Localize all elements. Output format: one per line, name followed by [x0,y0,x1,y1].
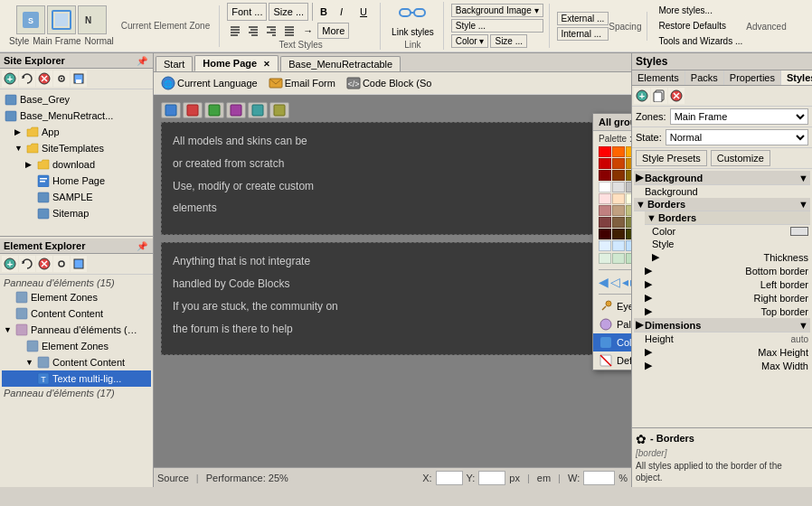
color-red[interactable] [599,146,611,157]
editor-btn-3[interactable] [204,102,224,118]
tree-item-sitemap[interactable]: Sitemap [2,205,151,221]
restore-defaults-btn[interactable]: Restore Defaults [655,19,746,33]
color-dark-red[interactable] [599,158,611,169]
background-image-btn[interactable]: Background Image ▾ [451,4,543,17]
tab-styles[interactable]: Styles [781,70,812,85]
element-explorer-pin[interactable]: 📌 [135,241,149,251]
arrow-icon-1[interactable]: ◀ [599,275,609,289]
arrow-icon-3[interactable]: ◂ [622,275,628,289]
link-styles-btn[interactable]: Link styles [388,25,438,39]
editor-btn-1[interactable] [161,102,181,118]
color-sage[interactable] [626,205,631,216]
external-btn[interactable]: External ... [557,12,609,25]
color-dark-brown[interactable] [626,170,631,181]
arrow-icon-4[interactable]: ▸ [630,275,631,289]
section-borders-sub[interactable]: ▼ Borders [645,211,810,225]
section-borders[interactable]: ▼ Borders ▼ [634,198,810,211]
tools-wizards-btn[interactable]: Tools and Wizards ... [655,34,746,48]
tree-item-download[interactable]: ▶ download [2,156,151,173]
tree-item-app[interactable]: ▶ App [2,124,151,140]
color-alice-blue[interactable] [599,240,611,251]
color-cornflower[interactable] [626,240,631,251]
color-orange[interactable] [626,146,631,157]
main-frame-icon[interactable] [47,5,76,34]
style-max-width[interactable]: ▶ Max Width [634,359,810,372]
internal-btn[interactable]: Internal ... [557,27,609,41]
color-very-dark-brown[interactable] [612,229,625,239]
color-dark-sage[interactable] [626,217,631,228]
underline-btn[interactable]: U [356,3,374,21]
elem-content-toggle[interactable]: ▼ [25,358,36,367]
color-light-gray-1[interactable] [612,182,625,192]
tree-toggle-app[interactable]: ▶ [14,127,25,136]
italic-btn[interactable]: I [336,3,354,21]
style-right-border[interactable]: ▶ Right border [634,291,810,305]
elem-content-content-2[interactable]: ▼ Content Content [2,354,151,370]
color-swatch[interactable] [790,227,808,236]
color-menu-palette[interactable]: Palette ▶ [593,315,631,333]
color-btn[interactable]: Color ▾ [451,34,489,48]
style-dropdown-btn[interactable]: Style ... [451,19,543,33]
color-very-dark-red[interactable] [599,229,611,239]
color-silver[interactable] [626,182,631,192]
color-peach[interactable] [612,193,625,204]
elem-save-btn[interactable] [71,256,87,272]
refresh-btn[interactable] [19,70,35,87]
state-dropdown[interactable]: Normal [666,129,808,145]
x-input[interactable] [436,471,463,485]
zone-dropdown[interactable]: Main Frame [670,108,808,125]
more-btn[interactable]: More [317,23,349,39]
section-dimensions[interactable]: ▶ Dimensions ▼ [634,318,810,333]
more-styles-btn[interactable]: More styles... [655,4,746,17]
right-delete-btn[interactable] [668,88,685,104]
indent-btn[interactable]: → [299,23,316,39]
tab-properties[interactable]: Properties [724,70,781,85]
color-cream[interactable] [626,193,631,204]
style-background-sub[interactable]: Background [634,185,810,198]
elem-content-content[interactable]: Content Content [2,305,151,322]
color-tan[interactable] [612,205,625,216]
elem-settings-btn[interactable] [53,256,70,272]
elem-panneau-toggle[interactable]: ▼ [4,325,14,334]
elem-refresh-btn[interactable] [19,256,35,272]
section-background[interactable]: ▶ Background ▼ [634,171,810,185]
elem-delete-btn[interactable] [36,256,52,272]
elem-add-btn[interactable]: + [2,256,18,272]
bold-btn[interactable]: B [316,3,335,21]
style-color[interactable]: Color [645,225,810,238]
tab-start[interactable]: Start [156,56,193,71]
color-arrow-2[interactable] [612,253,625,264]
w-input[interactable]: 100 [583,471,615,485]
site-explorer-pin[interactable]: 📌 [135,56,149,66]
arrow-icon-2[interactable]: ◁ [610,275,620,289]
color-menu-eyedropper[interactable]: Eyedropper Tool [593,297,631,315]
editor-btn-2[interactable] [183,102,203,118]
tree-toggle-sitetemplates[interactable]: ▼ [14,144,25,153]
size2-btn[interactable]: Size ... [490,34,527,48]
color-brown[interactable] [612,170,625,181]
align-center-btn[interactable] [245,23,261,39]
color-white[interactable] [599,182,611,192]
code-block-item[interactable]: </> Code Block (So [343,74,435,92]
color-saddle[interactable] [612,217,625,228]
color-dark-yellow[interactable] [626,158,631,169]
tab-home-page[interactable]: Home Page ✕ [194,55,279,71]
tab-elements[interactable]: Elements [632,70,685,85]
tab-home-page-close[interactable]: ✕ [263,60,270,69]
font-btn[interactable]: Font ... [227,3,267,21]
color-rose[interactable] [599,205,611,216]
elem-texte-multi[interactable]: T Texte multi-lig... [2,370,151,387]
tree-item-sitetemplates[interactable]: ▼ SiteTemplates [2,140,151,156]
settings-btn[interactable] [53,70,70,87]
tree-item-homepage[interactable]: Home Page [2,173,151,189]
color-arrow-3[interactable] [626,253,631,264]
color-maroon[interactable] [599,170,611,181]
style-top-border[interactable]: ▶ Top border [634,305,810,318]
tree-item-base-menu[interactable]: Base_MenuRetract... [2,108,151,124]
color-arrow-1[interactable] [599,253,611,264]
elem-panneau-root2[interactable]: Panneau d'éléments (17) [2,387,151,399]
style-max-height[interactable]: ▶ Max Height [634,345,810,359]
color-menu-color[interactable]: Color ▶ [593,333,631,351]
style-bottom-border[interactable]: ▶ Bottom border [634,264,810,277]
size-btn[interactable]: Size ... [269,3,308,21]
